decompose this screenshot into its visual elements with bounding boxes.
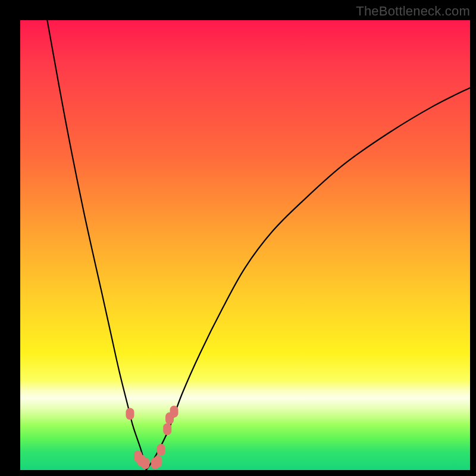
data-marker — [157, 444, 165, 456]
data-marker — [141, 458, 149, 469]
chart-svg — [20, 20, 470, 470]
bottleneck-curve-right — [146, 87, 470, 470]
data-markers — [126, 406, 178, 469]
data-marker — [126, 408, 134, 420]
plot-area — [20, 20, 470, 470]
chart-frame: TheBottleneck.com — [0, 0, 476, 476]
data-marker — [170, 406, 178, 418]
bottleneck-curve-left — [47, 20, 146, 470]
watermark-text: TheBottleneck.com — [356, 4, 470, 19]
data-marker — [154, 456, 162, 468]
data-marker — [163, 423, 171, 435]
